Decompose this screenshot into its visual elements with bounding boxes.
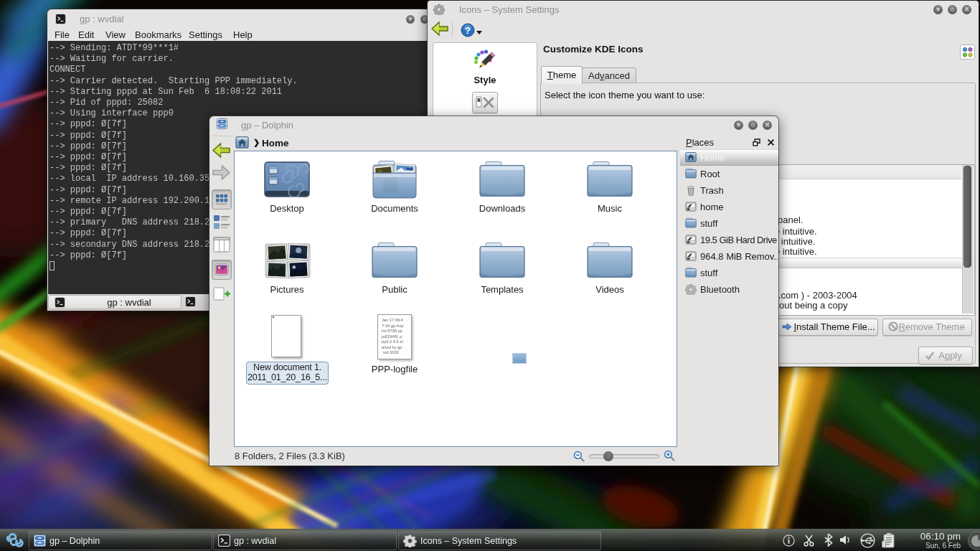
svg-text:ppd 2.4.5 st: ppd 2.4.5 st xyxy=(382,339,403,344)
svg-text:Jan 17 09:4: Jan 17 09:4 xyxy=(382,318,403,322)
svg-text:?: ? xyxy=(465,25,471,36)
svg-text:pd[1946]: p: pd[1946]: p xyxy=(382,334,402,339)
svg-text:7:18 gp-Asp: 7:18 gp-Asp xyxy=(382,324,404,328)
svg-text:arted by gp: arted by gp xyxy=(382,345,402,349)
svg-text:uid 1000: uid 1000 xyxy=(383,350,399,354)
svg-text:ire-5738 pp: ire-5738 pp xyxy=(382,329,402,333)
